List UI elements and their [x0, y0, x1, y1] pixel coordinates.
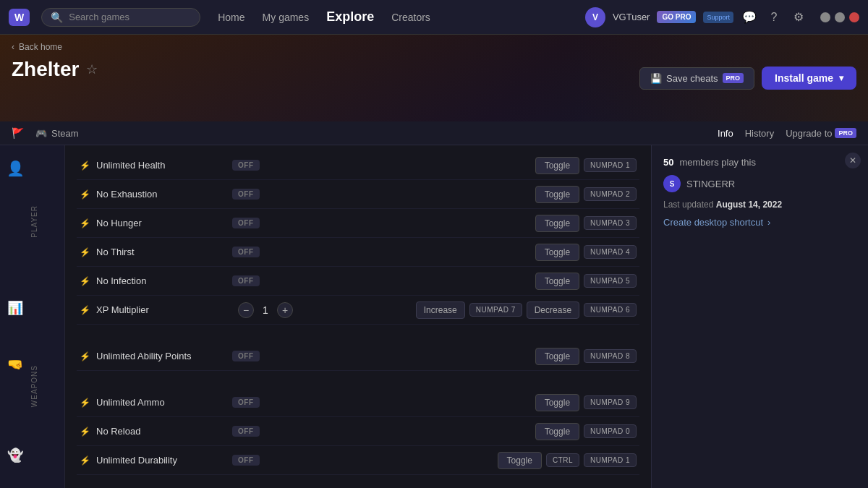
category-enemy[interactable]: 👻 [0, 432, 64, 488]
hero-actions: 💾 Save cheats PRO Install game ▾ [639, 67, 856, 90]
increase-button-xp[interactable]: Increase [416, 301, 465, 319]
lightning-icon-5: ⚡ [80, 276, 90, 286]
key-badge-unlimited-ammo: NUMPAD 9 [584, 395, 637, 409]
cheat-name-unlimited-ability-points: Unlimited Ability Points [96, 351, 226, 361]
toggle-button-unlimited-health[interactable]: Toggle [535, 157, 579, 174]
support-badge: Support [703, 12, 733, 23]
toggle-button-no-reload[interactable]: Toggle [535, 423, 579, 440]
shortcut-chevron-icon: › [767, 217, 770, 228]
back-chevron-icon: ‹ [12, 42, 14, 52]
minimize-button[interactable] [820, 12, 830, 22]
key-badge-ability-points: NUMPAD 8 [584, 349, 637, 363]
key-badge-xp-dec: NUMPAD 6 [584, 303, 637, 317]
lightning-icon-10: ⚡ [80, 455, 90, 466]
username-label[interactable]: VGTuser [613, 12, 650, 22]
info-panel: ✕ 50 members play this S STINGERR Last u… [651, 145, 868, 488]
lightning-icon-6: ⚡ [80, 305, 90, 315]
multiplier-inc-circle[interactable]: + [277, 302, 293, 318]
search-bar[interactable]: 🔍 [41, 8, 200, 27]
cheat-row-unlimited-durability: ⚡ Unlimited Durability OFF Toggle CTRL N… [77, 446, 639, 475]
install-label: Install game [775, 72, 833, 84]
discord-icon[interactable]: 💬 [741, 9, 758, 26]
cheat-name-unlimited-ammo: Unlimited Ammo [96, 397, 226, 408]
flag-icon[interactable]: 🚩 [12, 127, 24, 139]
go-pro-badge[interactable]: GO PRO [657, 11, 696, 23]
game-hero: ‹ Back home Zhelter ☆ 💾 Save cheats PRO … [0, 35, 868, 121]
lightning-icon-8: ⚡ [80, 398, 90, 408]
nav-creators[interactable]: Creators [391, 12, 430, 23]
key-badge-xp-inc: NUMPAD 7 [469, 303, 522, 317]
last-updated-label: Last updated [663, 200, 713, 210]
cheat-row-unlimited-ability-points: ⚡ Unlimited Ability Points OFF Toggle NU… [77, 342, 639, 371]
cheat-row-no-exhaustion: ⚡ No Exhaustion OFF Toggle NUMPAD 2 [77, 180, 639, 209]
sub-header: 🚩 🎮 Steam Info History Upgrade to PRO [0, 121, 868, 145]
toggle-button-no-hunger[interactable]: Toggle [535, 215, 579, 232]
toggle-button-unlimited-ammo[interactable]: Toggle [535, 394, 579, 411]
enemy-cheats-group: ⚡ One-Hit Kills OFF Toggle CTRL NUMPAD 2 [77, 481, 639, 488]
main-wrapper: ‹ Back home Zhelter ☆ 💾 Save cheats PRO … [0, 35, 868, 488]
save-cheats-button[interactable]: 💾 Save cheats PRO [639, 67, 754, 90]
category-weapons[interactable]: 🤜 Weapons [0, 341, 64, 432]
decrease-button-xp[interactable]: Decrease [527, 301, 579, 319]
cheat-row-no-hunger: ⚡ No Hunger OFF Toggle NUMPAD 3 [77, 209, 639, 238]
lightning-icon-1: ⚡ [80, 160, 90, 171]
key-badge-durability-ctrl: CTRL [546, 453, 579, 467]
cheat-name-no-reload: No Reload [96, 426, 226, 437]
multiplier-dec-circle[interactable]: − [238, 302, 254, 318]
category-stats[interactable]: 📊 [0, 291, 64, 341]
cheat-controls-ability-points: Toggle NUMPAD 8 [535, 348, 637, 365]
install-game-button[interactable]: Install game ▾ [762, 67, 856, 90]
stats-icon: 📊 [7, 300, 23, 316]
cheat-row-no-reload: ⚡ No Reload OFF Toggle NUMPAD 0 [77, 417, 639, 446]
nav-explore[interactable]: Explore [326, 9, 374, 25]
toggle-button-ability-points[interactable]: Toggle [535, 348, 579, 365]
settings-icon[interactable]: ⚙ [790, 9, 807, 26]
cheat-controls-no-reload: Toggle NUMPAD 0 [535, 423, 637, 440]
lightning-icon-7: ⚡ [80, 351, 90, 361]
back-label: Back home [19, 42, 62, 52]
cheat-controls-unlimited-health: Toggle NUMPAD 1 [535, 157, 637, 174]
app-logo[interactable]: W [9, 9, 30, 26]
creator-avatar: S [663, 175, 681, 192]
create-desktop-shortcut-button[interactable]: Create desktop shortcut › [663, 217, 856, 228]
cheat-row-unlimited-ammo: ⚡ Unlimited Ammo OFF Toggle NUMPAD 9 [77, 388, 639, 417]
tab-history[interactable]: History [745, 128, 774, 139]
key-badge-durability-num: NUMPAD 1 [584, 453, 637, 467]
back-link[interactable]: ‹ Back home [0, 35, 868, 55]
category-player[interactable]: 👤 Player [0, 151, 64, 291]
cheat-row-no-infection: ⚡ No Infection OFF Toggle NUMPAD 5 [77, 267, 639, 296]
cheat-name-no-hunger: No Hunger [96, 218, 226, 228]
key-badge-no-reload: NUMPAD 0 [584, 424, 637, 438]
updated-line: Last updated August 14, 2022 [663, 200, 856, 210]
toggle-button-no-exhaustion[interactable]: Toggle [535, 186, 579, 203]
toggle-button-no-thirst[interactable]: Toggle [535, 244, 579, 261]
help-icon[interactable]: ? [765, 9, 783, 26]
platform-name: Steam [51, 128, 79, 139]
creator-row: S STINGERR [663, 175, 856, 192]
cheat-controls-no-infection: Toggle NUMPAD 5 [535, 273, 637, 290]
maximize-button[interactable] [835, 12, 845, 22]
nav-my-games[interactable]: My games [263, 12, 310, 23]
info-close-button[interactable]: ✕ [845, 153, 861, 168]
platform-label: 🎮 Steam [35, 128, 79, 139]
multiplier-value: 1 [258, 304, 273, 316]
close-button[interactable] [849, 12, 859, 22]
tab-upgrade-to[interactable]: Upgrade to PRO [786, 128, 856, 139]
nav-links: Home My games Explore Creators [218, 9, 430, 25]
lightning-icon-2: ⚡ [80, 189, 90, 200]
lightning-icon-3: ⚡ [80, 218, 90, 228]
nav-home[interactable]: Home [218, 12, 244, 23]
toggle-button-unlimited-durability[interactable]: Toggle [498, 452, 542, 469]
top-navigation: W 🔍 Home My games Explore Creators V VGT… [0, 0, 868, 35]
cheat-controls-no-hunger: Toggle NUMPAD 3 [535, 215, 637, 232]
toggle-button-no-infection[interactable]: Toggle [535, 273, 579, 290]
steam-icon: 🎮 [35, 128, 47, 139]
user-avatar: V [585, 7, 605, 27]
cheat-name-no-infection: No Infection [96, 275, 226, 286]
cheat-name-unlimited-health: Unlimited Health [96, 160, 226, 171]
favorite-star-icon[interactable]: ☆ [86, 61, 98, 77]
tab-info[interactable]: Info [718, 128, 733, 139]
cheat-name-unlimited-durability: Unlimited Durability [96, 455, 226, 466]
search-input[interactable] [69, 12, 184, 22]
category-sidebar: 👤 Player 📊 [0, 145, 65, 488]
